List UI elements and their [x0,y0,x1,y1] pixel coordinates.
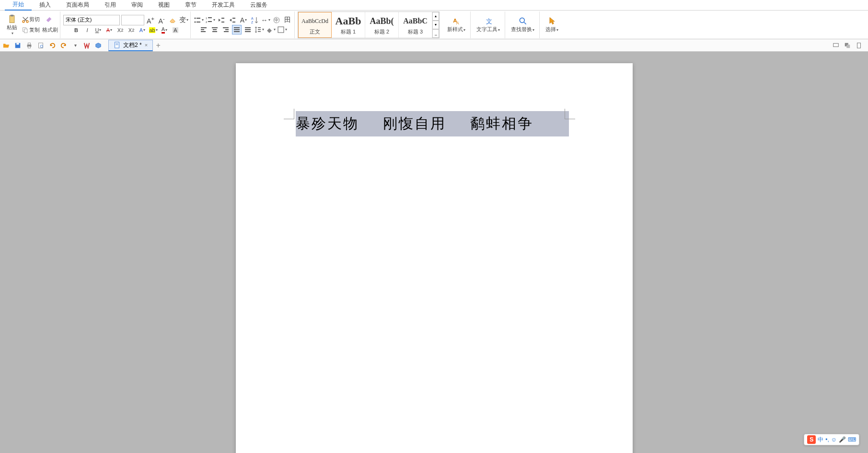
increase-indent-button[interactable] [228,15,237,25]
clear-format-button[interactable] [168,15,177,25]
undo-button[interactable] [48,41,57,50]
print-button[interactable] [25,41,34,50]
print-preview-button[interactable] [36,41,45,50]
format-brush-button[interactable] [44,15,54,24]
selected-text[interactable]: 暴殄天物 刚愎自用 鹬蚌相争 [296,111,569,136]
menu-view[interactable]: 视图 [150,0,177,10]
decrease-font-button[interactable]: A- [157,15,166,25]
overlap-button[interactable] [843,41,852,50]
style-scroll-up[interactable]: ▴ [432,12,439,21]
bullets-button[interactable]: ▾ [194,15,204,25]
ime-emoji-button[interactable]: ☺ [831,436,837,443]
underline-button[interactable]: U▾ [93,25,103,35]
line-spacing-button[interactable]: ▾ [254,25,264,34]
font-color-button[interactable]: A▾ [160,25,169,35]
svg-rect-16 [232,18,235,19]
align-left-button[interactable] [199,25,208,34]
strikethrough-button[interactable]: A▾ [104,25,114,35]
new-style-label: 新样式 [447,26,463,32]
bold-button[interactable]: B [71,25,81,35]
doc-view-button[interactable] [855,41,863,50]
superscript-button[interactable]: X2 [116,25,125,35]
font-size-select[interactable] [121,15,144,25]
find-replace-button[interactable]: 查找替换▾ [508,13,537,37]
menu-insert[interactable]: 插入 [32,0,58,10]
wps-logo-button[interactable] [82,41,91,50]
scissors-icon [22,16,29,23]
style-scroll-down[interactable]: ▾ [432,21,439,29]
menu-chapter[interactable]: 章节 [177,0,204,10]
menu-page-layout[interactable]: 页面布局 [58,0,97,10]
menu-reference[interactable]: 引用 [97,0,124,10]
format-painter-button[interactable]: 格式刷 [42,25,58,35]
svg-rect-55 [846,45,850,48]
customize-qat-button[interactable]: ▾ [71,41,80,50]
new-style-button[interactable]: AA 新样式▾ [444,13,468,37]
cut-button[interactable]: 剪切 [22,15,40,24]
highlight-button[interactable]: ab▾ [149,25,158,35]
menu-start[interactable]: 开始 [5,0,32,11]
align-center-button[interactable] [210,25,220,34]
align-justify-button[interactable] [232,25,242,34]
font-family-select[interactable] [63,15,120,25]
menu-review[interactable]: 审阅 [124,0,150,10]
ime-keyboard-button[interactable]: ⌨ [848,436,856,443]
ime-punct-button[interactable]: •, [825,436,829,443]
text-tools-button[interactable]: 文 文字工具▾ [474,13,503,37]
borders-button[interactable]: ▾ [277,25,287,34]
show-marks-button[interactable]: 田 [283,15,292,25]
copy-button[interactable]: 复制 [22,25,40,35]
menu-dev-tools[interactable]: 开发工具 [204,0,243,10]
new-tab-button[interactable]: + [153,40,163,51]
increase-font-button[interactable]: A+ [146,15,155,25]
svg-rect-21 [201,29,204,30]
redo-button[interactable] [59,41,68,50]
align-distribute-button[interactable] [243,25,253,34]
document-page[interactable]: 暴殄天物 刚愎自用 鹬蚌相争 [236,63,633,453]
svg-rect-22 [201,31,206,32]
svg-rect-36 [258,29,261,30]
change-case-button[interactable]: A▾ [239,15,248,25]
char-spacing-button[interactable]: ↔▾ [261,15,270,25]
style-preview: AaBb( [370,14,393,28]
open-button[interactable] [2,41,11,50]
align-right-button[interactable] [221,25,231,34]
font-effect-button[interactable]: A▾ [138,25,147,35]
doc-view-icon [856,42,862,49]
menu-cloud[interactable]: 云服务 [243,0,275,10]
style-heading1[interactable]: AaBb 标题 1 [332,12,365,38]
close-tab-button[interactable]: × [145,42,148,48]
style-heading2[interactable]: AaBb( 标题 2 [365,12,399,38]
svg-rect-30 [234,29,240,30]
subscript-button[interactable]: X2 [127,25,136,35]
document-tab[interactable]: 文档2 * × [108,40,153,51]
style-heading3[interactable]: AaBbC 标题 3 [399,12,432,38]
select-button[interactable]: 选择▾ [543,13,561,37]
align-justify-icon [233,26,241,34]
numbering-button[interactable]: 12▾ [205,15,215,25]
sogou-logo-icon[interactable]: S [807,435,816,444]
style-preview: AaBbC [403,14,428,28]
enclose-button[interactable]: ㊥ [272,15,281,25]
sort-button[interactable]: AZ [250,15,259,25]
screen-button[interactable] [832,41,840,50]
svg-rect-44 [16,43,19,45]
paste-button[interactable]: 粘贴▾ [4,13,20,37]
undo-icon [49,42,56,49]
style-scroll-more[interactable]: ⎯ [432,29,439,38]
shading-button[interactable]: ▾ [266,25,276,34]
style-normal[interactable]: AaBbCcDd 正文 [298,12,332,38]
italic-button[interactable]: I [82,25,92,35]
workspace[interactable]: 暴殄天物 刚愎自用 鹬蚌相争 [0,52,868,453]
styles-group: AaBbCcDd 正文 AaBb 标题 1 AaBb( 标题 2 AaBbC 标… [296,11,441,38]
cube-button[interactable] [94,41,103,50]
ime-toolbar[interactable]: S 中 •, ☺ 🎤 ⌨ [804,434,859,445]
phonetic-guide-button[interactable]: 变▾ [179,15,188,25]
save-button[interactable] [13,41,22,50]
ime-lang-button[interactable]: 中 [818,436,823,444]
decrease-indent-button[interactable] [217,15,226,25]
svg-point-8 [195,21,196,23]
text-tools-icon: 文 [484,16,493,26]
ime-mic-button[interactable]: 🎤 [839,436,846,443]
char-shading-button[interactable]: A [171,25,180,35]
